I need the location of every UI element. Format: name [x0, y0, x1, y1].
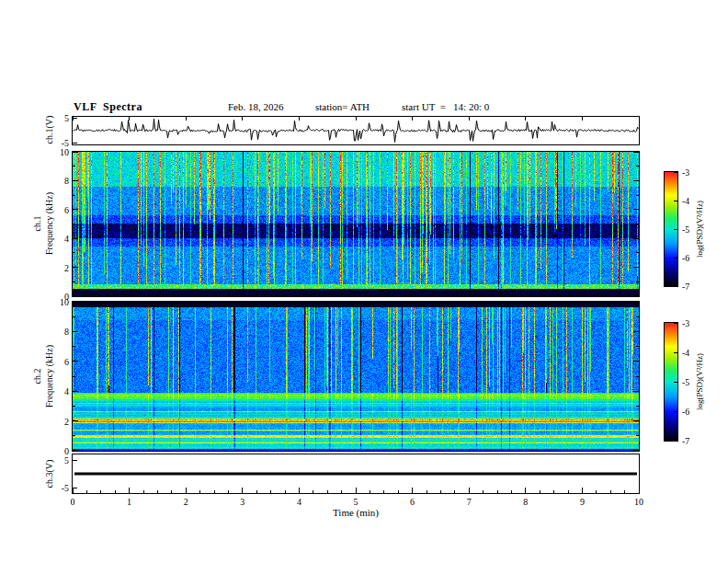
tick-mark: [186, 117, 187, 121]
tick-mark: [73, 252, 75, 253]
y-tick-label: 6: [64, 356, 69, 366]
tick-mark: [73, 488, 74, 493]
tick-mark: [73, 302, 78, 303]
tick-mark: [73, 180, 78, 181]
tick-mark: [228, 490, 229, 493]
y-tick-label: 5: [64, 455, 69, 465]
tick-mark: [582, 117, 583, 121]
tick-mark: [73, 209, 78, 210]
y-tick-label: 10: [60, 147, 69, 157]
colorbar-tick-label: -3: [682, 167, 689, 178]
y-tick-label: 8: [64, 327, 69, 337]
x-tick-label: 5: [354, 497, 358, 507]
tick-mark: [639, 488, 640, 493]
ch2-channel-axis-label: ch.2: [32, 369, 42, 385]
tick-mark: [636, 346, 639, 347]
tick-mark: [313, 490, 313, 493]
tick-mark: [341, 490, 342, 493]
tick-mark: [636, 282, 639, 282]
tick-mark: [636, 316, 639, 317]
tick-mark: [356, 117, 357, 121]
tick-mark: [73, 195, 75, 196]
x-tick-label: 7: [467, 497, 472, 507]
tick-mark: [674, 258, 677, 259]
tick-mark: [242, 117, 243, 121]
tick-mark: [469, 117, 470, 121]
tick-mark: [73, 224, 75, 224]
tick-mark: [199, 490, 200, 493]
colorbar-tick-label: -5: [682, 377, 689, 387]
colorbar-ch1-label: log(PSD)(V²/Hz): [695, 201, 704, 258]
tick-mark: [454, 490, 455, 493]
y-tick-label: 8: [64, 176, 69, 186]
tick-mark: [73, 118, 77, 119]
colorbar-tick-label: -4: [682, 196, 689, 206]
tick-mark: [633, 331, 639, 332]
vlf-spectra-figure: VLF Spectra Feb. 18, 2026 station= ATH s…: [0, 0, 728, 563]
tick-mark: [73, 152, 78, 153]
y-tick-label: 2: [64, 416, 69, 426]
tick-mark: [636, 376, 639, 377]
ch1-frequency-axis-label: Frequency (kHz): [44, 192, 54, 255]
tick-mark: [242, 488, 243, 493]
tick-mark: [270, 490, 271, 493]
tick-mark: [73, 361, 78, 362]
x-tick-label: 10: [634, 497, 643, 507]
tick-mark: [639, 117, 640, 121]
tick-mark: [525, 488, 526, 493]
tick-mark: [115, 490, 116, 493]
tick-mark: [73, 435, 75, 436]
ch1-spectrogram-panel: [72, 151, 640, 297]
tick-mark: [633, 420, 639, 421]
tick-mark: [596, 490, 597, 493]
tick-mark: [73, 450, 78, 451]
tick-mark: [633, 267, 639, 268]
tick-mark: [636, 195, 639, 196]
tick-mark: [674, 411, 677, 412]
colorbar-tick-label: -7: [682, 282, 689, 292]
tick-mark: [73, 420, 78, 421]
tick-mark: [427, 490, 427, 493]
y-tick-label: 5: [64, 113, 69, 123]
tick-mark: [674, 440, 677, 441]
tick-mark: [633, 361, 639, 362]
station-label: station= ATH: [315, 101, 370, 112]
date-label: Feb. 18, 2026: [228, 101, 284, 112]
colorbar-tick-label: -6: [682, 253, 689, 263]
tick-mark: [299, 488, 300, 493]
figure-title: VLF Spectra: [74, 100, 142, 114]
tick-mark: [327, 490, 328, 493]
x-tick-label: 3: [240, 497, 245, 507]
ch2-frequency-axis-label: Frequency (kHz): [44, 345, 54, 408]
tick-mark: [636, 252, 639, 253]
tick-mark: [73, 376, 75, 377]
tick-mark: [610, 490, 611, 493]
time-axis-label: Time (min): [333, 507, 379, 518]
tick-mark: [256, 490, 257, 493]
tick-mark: [633, 391, 639, 392]
tick-mark: [633, 450, 639, 451]
y-tick-label: 4: [64, 386, 69, 396]
tick-mark: [674, 323, 677, 324]
colorbar-tick-label: -7: [682, 436, 689, 446]
x-tick-label: 1: [127, 497, 131, 507]
tick-mark: [674, 352, 677, 353]
tick-mark: [73, 331, 78, 332]
tick-mark: [636, 166, 639, 167]
tick-mark: [624, 490, 625, 493]
colorbar-ch2-label: log(PSD)(V²/Hz): [695, 353, 704, 410]
ch2-spectrogram-panel: [72, 301, 640, 452]
tick-mark: [73, 117, 74, 121]
ch1-channel-axis-label: ch.1: [32, 216, 42, 232]
tick-mark: [674, 382, 677, 383]
tick-mark: [73, 238, 78, 239]
y-tick-label: 6: [64, 204, 69, 214]
tick-mark: [633, 295, 639, 296]
tick-mark: [171, 490, 172, 493]
x-tick-label: 9: [580, 497, 585, 507]
tick-mark: [636, 406, 639, 407]
colorbar-tick-label: -6: [682, 407, 689, 417]
y-tick-label: 2: [64, 262, 69, 272]
y-tick-label: 10: [60, 297, 69, 307]
tick-mark: [73, 316, 75, 317]
